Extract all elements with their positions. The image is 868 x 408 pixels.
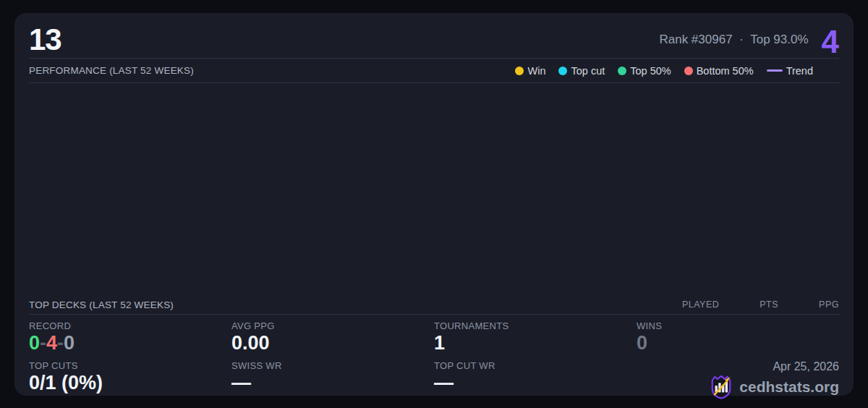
card-header: 13 Rank #30967 · Top 93.0% 4	[29, 13, 839, 59]
brand-row: cedhstats.org	[709, 374, 839, 400]
legend-item-top-50[interactable]: Top 50%	[618, 65, 671, 77]
top-decks-column-headers: PLAYED PTS PPG	[682, 299, 839, 310]
legend-label: Top 50%	[630, 65, 671, 77]
legend-label: Top cut	[571, 65, 605, 77]
date-text: Apr 25, 2026	[773, 360, 839, 373]
section-title-top-decks: TOP DECKS (LAST 52 WEEKS)	[29, 299, 174, 310]
page-title: 13	[29, 25, 61, 55]
stats-card: 13 Rank #30967 · Top 93.0% 4 PERFORMANCE…	[14, 13, 854, 396]
legend-item-trend[interactable]: Trend	[767, 65, 813, 77]
stat-tournaments: TOURNAMENTS 1	[434, 320, 637, 358]
rank-separator: ·	[739, 33, 744, 46]
record-separator: -	[57, 332, 64, 354]
stat-label: TOP CUTS	[29, 360, 231, 371]
top-cut-wr-value: —	[434, 371, 637, 396]
chart-legend: Win Top cut Top 50% Bottom 50% Trend	[515, 65, 839, 77]
legend-label: Bottom 50%	[697, 65, 754, 77]
brand-name: cedhstats.org	[739, 378, 839, 396]
trend-line-icon	[767, 69, 783, 72]
performance-header-row: PERFORMANCE (LAST 52 WEEKS) Win Top cut …	[29, 59, 839, 83]
stat-label: SWISS WR	[231, 360, 434, 371]
win-dot-icon	[515, 67, 524, 75]
record-wins: 0	[29, 332, 40, 354]
wins-value: 0	[637, 331, 839, 356]
stat-label: TOP CUT WR	[434, 360, 637, 371]
branding-block: Apr 25, 2026 cedhstats.org	[637, 360, 839, 398]
record-losses: 4	[46, 332, 57, 354]
stat-avg-ppg: AVG PPG 0.00	[231, 320, 434, 358]
swiss-wr-value: —	[231, 371, 434, 396]
column-header-played: PLAYED	[682, 299, 719, 310]
stat-label: WINS	[637, 320, 839, 331]
stat-top-cuts: TOP CUTS 0/1 (0%)	[29, 360, 231, 398]
record-value: 0-4-0	[29, 331, 231, 356]
rank-number: Rank #30967	[659, 33, 732, 46]
column-header-ppg: PPG	[819, 299, 839, 310]
record-draws: 0	[64, 332, 75, 354]
legend-item-bottom-50[interactable]: Bottom 50%	[684, 65, 754, 77]
section-title-performance: PERFORMANCE (LAST 52 WEEKS)	[29, 65, 194, 76]
legend-item-win[interactable]: Win	[515, 65, 545, 77]
top-50-dot-icon	[618, 67, 626, 75]
stat-record: RECORD 0-4-0	[29, 320, 231, 358]
cedhstats-logo-icon	[709, 374, 733, 400]
avg-ppg-value: 0.00	[231, 331, 434, 356]
stat-label: RECORD	[29, 320, 231, 331]
top-percent-text: Top 93.0%	[750, 33, 808, 46]
performance-chart-area	[29, 83, 839, 295]
stat-label: AVG PPG	[231, 320, 434, 331]
stat-swiss-wr: SWISS WR —	[231, 360, 434, 398]
stat-label: TOURNAMENTS	[434, 320, 637, 331]
header-rank-group: Rank #30967 · Top 93.0% 4	[659, 25, 839, 54]
legend-label: Trend	[786, 65, 813, 77]
top-cut-dot-icon	[558, 67, 567, 75]
stat-top-cut-wr: TOP CUT WR —	[434, 360, 637, 398]
top-cuts-value: 0/1 (0%)	[29, 371, 231, 396]
tournaments-value: 1	[434, 331, 637, 356]
bottom-50-dot-icon	[684, 67, 693, 75]
color-count-badge: 4	[822, 27, 839, 56]
stats-grid: RECORD 0-4-0 AVG PPG 0.00 TOURNAMENTS 1 …	[29, 315, 839, 398]
stat-wins: WINS 0	[637, 320, 839, 358]
record-separator: -	[40, 332, 46, 354]
legend-label: Win	[527, 65, 545, 77]
legend-item-top-cut[interactable]: Top cut	[558, 65, 605, 77]
column-header-pts: PTS	[760, 299, 778, 310]
rank-text: Rank #30967 · Top 93.0%	[659, 33, 808, 47]
top-decks-header-row: TOP DECKS (LAST 52 WEEKS) PLAYED PTS PPG	[29, 295, 839, 315]
